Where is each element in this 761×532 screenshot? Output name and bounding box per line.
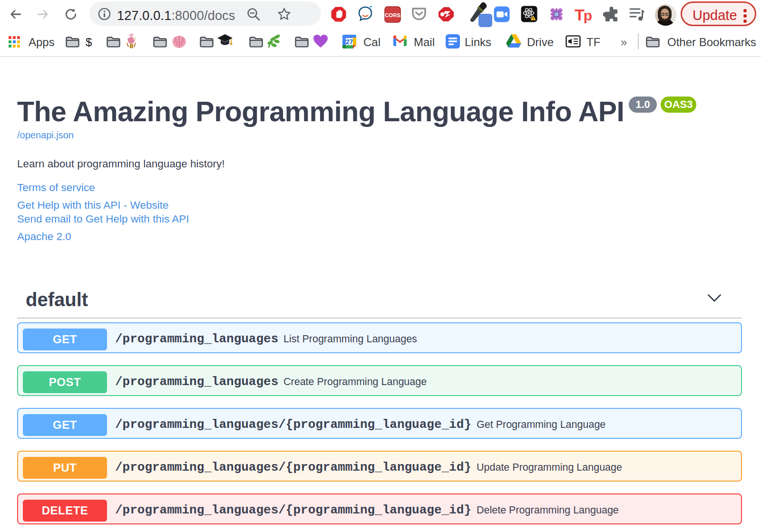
svg-text:CORS: CORS [385, 12, 401, 18]
svg-text:27: 27 [346, 38, 353, 46]
svg-text:!: ! [533, 17, 534, 20]
